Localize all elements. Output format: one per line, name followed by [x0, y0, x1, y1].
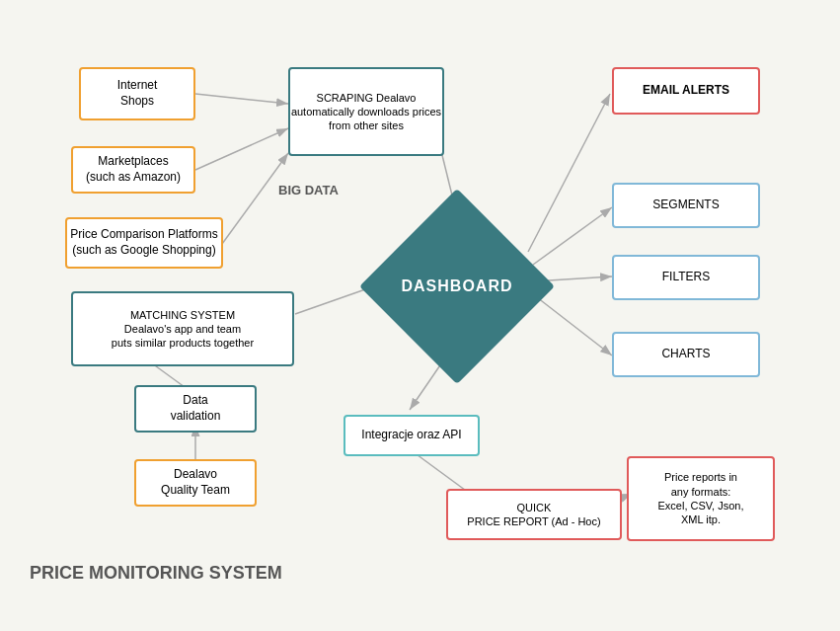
node-dashboard: DASHBOARD [383, 212, 531, 360]
node-scraping: SCRAPING Dealavo automatically downloads… [288, 67, 444, 156]
node-price-comparison: Price Comparison Platforms (such as Goog… [65, 217, 223, 269]
node-quick-report: QUICK PRICE REPORT (Ad - Hoc) [446, 489, 622, 540]
node-charts: CHARTS [612, 332, 760, 377]
node-matching: MATCHING SYSTEM Dealavo's app and team p… [71, 291, 294, 366]
svg-line-7 [528, 94, 610, 252]
node-segments: SEGMENTS [612, 183, 760, 228]
svg-line-8 [533, 207, 612, 265]
node-data-validation: Data validation [134, 385, 257, 433]
svg-line-2 [195, 128, 288, 170]
label-big-data: BIG DATA [278, 183, 339, 197]
node-integrations: Integracje oraz API [344, 415, 480, 456]
node-filters: FILTERS [612, 255, 760, 300]
node-email-alerts: EMAIL ALERTS [612, 67, 760, 115]
node-price-reports: Price reports in any formats: Excel, CSV… [627, 456, 775, 541]
svg-line-3 [222, 153, 288, 244]
node-marketplaces: Marketplaces (such as Amazon) [71, 146, 195, 194]
node-dealavo-quality: Dealavo Quality Team [134, 459, 257, 507]
svg-line-1 [195, 94, 288, 104]
node-internet-shops: Internet Shops [79, 67, 195, 120]
diagram: Internet Shops Marketplaces (such as Ama… [0, 0, 840, 631]
svg-line-10 [533, 294, 612, 355]
label-price-monitoring: PRICE MONITORING SYSTEM [30, 563, 282, 584]
